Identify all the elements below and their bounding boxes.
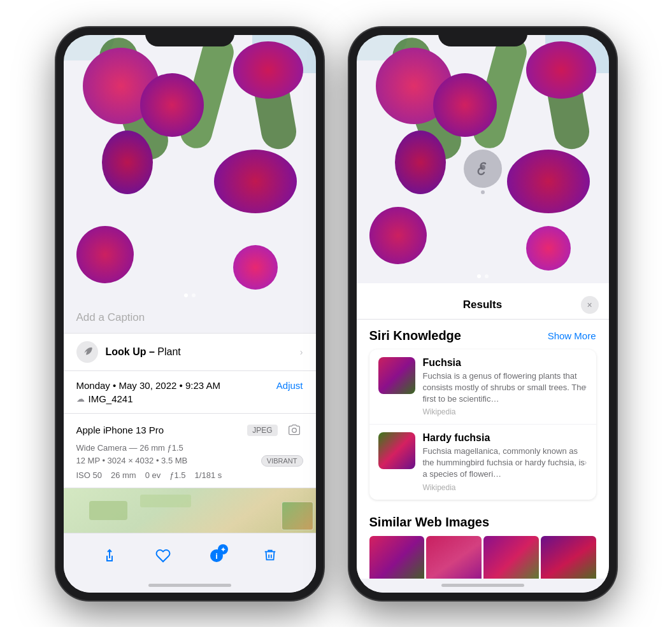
phone-right: Results × Siri Knowledge Show More Fuchs…: [349, 27, 617, 600]
lookup-icon: [76, 341, 98, 363]
siri-knowledge-section: Siri Knowledge Show More Fuchsia Fuchsia…: [357, 320, 609, 506]
camera-specs: Wide Camera — 26 mm ƒ1.5: [76, 443, 303, 453]
results-title: Results: [463, 299, 502, 311]
hardy-fuchsia-description: Fuchsia magellanica, commonly known as t…: [423, 446, 587, 481]
photo-specs: 12 MP • 3024 × 4032 • 3.5 MB: [76, 456, 188, 465]
format-badge: JPEG: [247, 425, 277, 436]
hardy-fuchsia-thumbnail: [378, 432, 415, 469]
exif-row: ISO 50 26 mm 0 ev ƒ1.5 1/181 s: [76, 470, 303, 480]
svg-point-0: [292, 428, 296, 432]
map-thumbnail: [282, 502, 313, 530]
svg-point-3: [480, 165, 485, 170]
similar-images-section: Similar Web Images: [357, 506, 609, 579]
hardy-fuchsia-name: Hardy fuchsia: [423, 432, 587, 444]
date-text: Monday • May 30, 2022 • 9:23 AM: [76, 380, 220, 391]
fuchsia-source: Wikipedia: [423, 407, 587, 416]
svg-text:i: i: [215, 551, 218, 561]
device-name: Apple iPhone 13 Pro: [76, 425, 164, 435]
screen-right: Results × Siri Knowledge Show More Fuchs…: [357, 35, 609, 593]
cloud-icon: ☁: [76, 394, 85, 404]
aperture-value: ƒ1.5: [169, 470, 185, 480]
fuchsia-chevron-icon: ›: [584, 381, 587, 391]
photo-right[interactable]: [357, 35, 609, 283]
hardy-fuchsia-chevron-icon: ›: [584, 457, 587, 467]
similar-image-4[interactable]: [541, 536, 596, 579]
caption-area[interactable]: Add a Caption: [64, 302, 316, 334]
camera-icon[interactable]: [285, 421, 303, 439]
filename-text: IMG_4241: [89, 393, 133, 404]
siri-visual-icon: [464, 150, 502, 188]
caption-placeholder[interactable]: Add a Caption: [76, 311, 145, 323]
notch-right: [438, 27, 527, 46]
close-button[interactable]: ×: [581, 296, 599, 314]
hardy-fuchsia-source: Wikipedia: [423, 483, 587, 492]
adjust-button[interactable]: Adjust: [276, 380, 303, 391]
similar-images-title: Similar Web Images: [369, 515, 596, 530]
photo-left[interactable]: [64, 35, 316, 302]
bottom-toolbar: i ✦: [64, 533, 316, 579]
device-section: Apple iPhone 13 Pro JPEG Wide Camera — 2…: [64, 414, 316, 488]
info-button[interactable]: i ✦: [203, 542, 231, 570]
exposure-value: 0 ev: [145, 470, 161, 480]
fuchsia-description: Fuchsia is a genus of flowering plants t…: [423, 370, 587, 405]
screen-left: Add a Caption Look Up – Plant › Monday •…: [64, 35, 316, 593]
lookup-label: Look Up – Plant: [106, 346, 181, 358]
shutter-value: 1/181 s: [195, 470, 222, 480]
delete-button[interactable]: [256, 542, 284, 570]
lookup-row[interactable]: Look Up – Plant ›: [64, 334, 316, 371]
home-indicator-left: [64, 579, 316, 593]
map-section[interactable]: [64, 488, 316, 533]
results-panel: Results × Siri Knowledge Show More Fuchs…: [357, 283, 609, 579]
hardy-fuchsia-text: Hardy fuchsia Fuchsia magellanica, commo…: [423, 432, 587, 492]
knowledge-card: Fuchsia Fuchsia is a genus of flowering …: [369, 349, 596, 500]
fuchsia-thumbnail: [378, 357, 415, 394]
knowledge-item-hardy-fuchsia[interactable]: Hardy fuchsia Fuchsia magellanica, commo…: [369, 425, 596, 500]
lookup-chevron-icon: ›: [300, 347, 303, 357]
fuchsia-text: Fuchsia Fuchsia is a genus of flowering …: [423, 357, 587, 417]
focal-length-value: 26 mm: [111, 470, 136, 480]
vibrant-badge: VIBRANT: [261, 455, 303, 467]
fuchsia-name: Fuchsia: [423, 357, 587, 369]
similar-images-grid: [369, 536, 596, 579]
share-button[interactable]: [96, 542, 124, 570]
results-header: Results ×: [357, 291, 609, 320]
info-badge: ✦: [218, 544, 228, 554]
similar-image-2[interactable]: [426, 536, 482, 579]
show-more-button[interactable]: Show More: [548, 330, 596, 341]
similar-image-1[interactable]: [369, 536, 425, 579]
siri-knowledge-title: Siri Knowledge: [369, 328, 461, 343]
notch-left: [145, 27, 234, 46]
leaf-icon: [82, 346, 93, 358]
iso-value: ISO 50: [76, 470, 102, 480]
similar-image-3[interactable]: [483, 536, 539, 579]
meta-section: Monday • May 30, 2022 • 9:23 AM Adjust ☁…: [64, 371, 316, 414]
knowledge-item-fuchsia[interactable]: Fuchsia Fuchsia is a genus of flowering …: [369, 349, 596, 425]
info-panel-left: Add a Caption Look Up – Plant › Monday •…: [64, 302, 316, 533]
phone-left: Add a Caption Look Up – Plant › Monday •…: [56, 27, 324, 600]
favorite-button[interactable]: [149, 542, 177, 570]
home-indicator-right: [357, 579, 609, 593]
